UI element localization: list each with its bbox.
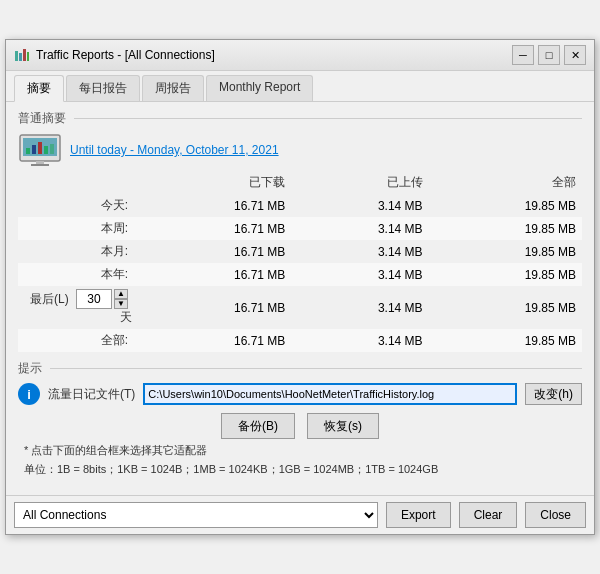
info-icon: i — [18, 383, 40, 405]
row-total: 19.85 MB — [429, 217, 582, 240]
content-area: 普通摘要 Until today - Monday, October 11, 2… — [6, 102, 594, 489]
col-upload: 已上传 — [291, 171, 428, 194]
table-row: 最后(L) ▲ ▼ 天 16.71 MB 3.14 MB 19.85 MB — [18, 286, 582, 329]
row-label: 全部: — [18, 329, 138, 352]
days-increment[interactable]: ▲ — [114, 289, 128, 299]
svg-rect-9 — [44, 146, 48, 154]
row-upload: 3.14 MB — [291, 329, 428, 352]
svg-rect-7 — [32, 145, 36, 154]
log-label: 流量日记文件(T) — [48, 386, 135, 403]
stats-table: 已下载 已上传 全部 今天: 16.71 MB 3.14 MB 19.85 MB… — [18, 171, 582, 352]
footer: All Connections Export Clear Close — [6, 495, 594, 534]
hints-section: 提示 i 流量日记文件(T) 改变(h) 备份(B) 恢复(s) * 点击下面的… — [18, 360, 582, 477]
days-suffix: 天 — [120, 310, 132, 324]
row-total: 19.85 MB — [429, 263, 582, 286]
maximize-button[interactable]: □ — [538, 45, 560, 65]
table-row: 本年: 16.71 MB 3.14 MB 19.85 MB — [18, 263, 582, 286]
export-button[interactable]: Export — [386, 502, 451, 528]
table-row: 全部: 16.71 MB 3.14 MB 19.85 MB — [18, 329, 582, 352]
row-upload: 3.14 MB — [291, 263, 428, 286]
row-label: 本周: — [18, 217, 138, 240]
table-row: 本月: 16.71 MB 3.14 MB 19.85 MB — [18, 240, 582, 263]
svg-rect-6 — [26, 148, 30, 154]
days-input[interactable] — [76, 289, 112, 309]
info-row: Until today - Monday, October 11, 2021 — [18, 133, 582, 167]
date-range-text: Until today - Monday, October 11, 2021 — [70, 143, 279, 157]
tab-summary[interactable]: 摘要 — [14, 75, 64, 102]
svg-rect-11 — [36, 161, 44, 164]
tab-weekly[interactable]: 周报告 — [142, 75, 204, 101]
tab-daily[interactable]: 每日报告 — [66, 75, 140, 101]
row-total: 19.85 MB — [429, 329, 582, 352]
row-label: 今天: — [18, 194, 138, 217]
svg-rect-8 — [38, 142, 42, 154]
svg-rect-2 — [23, 49, 26, 61]
app-icon — [14, 47, 30, 63]
svg-rect-3 — [27, 52, 29, 61]
table-row: 本周: 16.71 MB 3.14 MB 19.85 MB — [18, 217, 582, 240]
log-file-row: i 流量日记文件(T) 改变(h) — [18, 383, 582, 405]
monitor-icon — [18, 133, 62, 167]
title-controls: ─ □ ✕ — [512, 45, 586, 65]
hints-section-label: 提示 — [18, 360, 582, 377]
window-title: Traffic Reports - [All Connections] — [36, 48, 215, 62]
action-buttons: 备份(B) 恢复(s) — [18, 413, 582, 439]
note1: * 点击下面的组合框来选择其它适配器 — [24, 443, 576, 458]
title-bar: Traffic Reports - [All Connections] ─ □ … — [6, 40, 594, 71]
days-decrement[interactable]: ▼ — [114, 299, 128, 309]
row-download: 16.71 MB — [138, 194, 291, 217]
close-window-button[interactable]: Close — [525, 502, 586, 528]
last-download: 16.71 MB — [138, 286, 291, 329]
change-button[interactable]: 改变(h) — [525, 383, 582, 405]
row-download: 16.71 MB — [138, 240, 291, 263]
row-total: 19.85 MB — [429, 240, 582, 263]
log-path-input[interactable] — [143, 383, 517, 405]
note2: 单位：1B = 8bits；1KB = 1024B；1MB = 1024KB；1… — [24, 462, 576, 477]
clear-button[interactable]: Clear — [459, 502, 518, 528]
svg-rect-12 — [31, 164, 49, 166]
tab-monthly[interactable]: Monthly Report — [206, 75, 313, 101]
backup-button[interactable]: 备份(B) — [221, 413, 295, 439]
minimize-button[interactable]: ─ — [512, 45, 534, 65]
row-download: 16.71 MB — [138, 263, 291, 286]
svg-rect-1 — [19, 53, 22, 61]
svg-rect-0 — [15, 51, 18, 61]
row-download: 16.71 MB — [138, 329, 291, 352]
connection-select[interactable]: All Connections — [14, 502, 378, 528]
row-download: 16.71 MB — [138, 217, 291, 240]
col-download: 已下载 — [138, 171, 291, 194]
row-label: 本年: — [18, 263, 138, 286]
col-total: 全部 — [429, 171, 582, 194]
close-button[interactable]: ✕ — [564, 45, 586, 65]
last-upload: 3.14 MB — [291, 286, 428, 329]
svg-rect-10 — [50, 144, 54, 154]
row-upload: 3.14 MB — [291, 217, 428, 240]
row-label: 本月: — [18, 240, 138, 263]
summary-section-label: 普通摘要 — [18, 110, 582, 127]
row-total: 19.85 MB — [429, 194, 582, 217]
last-label: 最后(L) — [30, 292, 69, 306]
last-total: 19.85 MB — [429, 286, 582, 329]
restore-button[interactable]: 恢复(s) — [307, 413, 379, 439]
row-upload: 3.14 MB — [291, 240, 428, 263]
table-row: 今天: 16.71 MB 3.14 MB 19.85 MB — [18, 194, 582, 217]
main-window: Traffic Reports - [All Connections] ─ □ … — [5, 39, 595, 535]
title-bar-left: Traffic Reports - [All Connections] — [14, 47, 215, 63]
row-upload: 3.14 MB — [291, 194, 428, 217]
tab-bar: 摘要 每日报告 周报告 Monthly Report — [6, 71, 594, 102]
